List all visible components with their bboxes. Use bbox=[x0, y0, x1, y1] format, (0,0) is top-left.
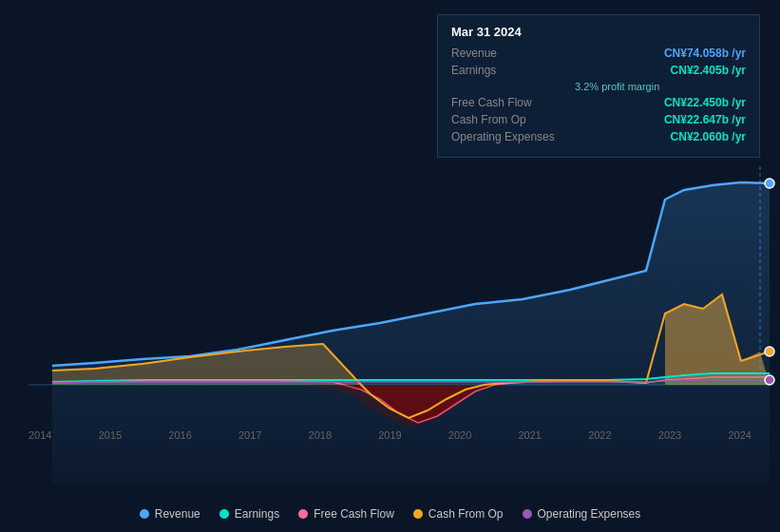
tooltip-value-revenue: CN¥74.058b /yr bbox=[664, 47, 746, 60]
legend-label-earnings: Earnings bbox=[235, 507, 279, 521]
x-label-2015: 2015 bbox=[99, 429, 122, 441]
x-label-2018: 2018 bbox=[309, 429, 332, 441]
x-label-2014: 2014 bbox=[29, 429, 51, 441]
svg-point-3 bbox=[765, 179, 774, 188]
tooltip-value-earnings: CN¥2.405b /yr bbox=[671, 64, 746, 77]
chart-legend: Revenue Earnings Free Cash Flow Cash Fro… bbox=[0, 507, 780, 521]
legend-label-fcf: Free Cash Flow bbox=[314, 507, 394, 521]
x-label-2020: 2020 bbox=[448, 429, 471, 441]
legend-label-cashop: Cash From Op bbox=[428, 507, 504, 521]
tooltip-row-cashop: Cash From Op CN¥22.647b /yr bbox=[451, 113, 746, 126]
svg-point-5 bbox=[765, 375, 774, 385]
legend-dot-cashop bbox=[413, 509, 423, 519]
x-label-2016: 2016 bbox=[168, 429, 191, 441]
tooltip-value-cashop: CN¥22.647b /yr bbox=[664, 113, 746, 126]
x-label-2024: 2024 bbox=[728, 429, 751, 441]
tooltip-row-earnings: Earnings CN¥2.405b /yr bbox=[451, 64, 746, 77]
x-axis-labels: 2014 2015 2016 2017 2018 2019 2020 2021 … bbox=[0, 429, 780, 441]
tooltip-value-fcf: CN¥22.450b /yr bbox=[664, 96, 746, 109]
tooltip-profit-margin: 3.2% profit margin bbox=[575, 81, 746, 92]
legend-opex: Operating Expenses bbox=[523, 507, 641, 521]
legend-revenue: Revenue bbox=[140, 507, 200, 521]
legend-dot-fcf bbox=[298, 509, 308, 519]
legend-fcf: Free Cash Flow bbox=[298, 507, 394, 521]
legend-dot-opex bbox=[523, 509, 532, 519]
tooltip-row-fcf: Free Cash Flow CN¥22.450b /yr bbox=[451, 96, 746, 109]
tooltip-value-opex: CN¥2.060b /yr bbox=[671, 130, 746, 143]
legend-label-revenue: Revenue bbox=[155, 507, 200, 521]
tooltip-label-opex: Operating Expenses bbox=[451, 130, 575, 143]
x-label-2017: 2017 bbox=[238, 429, 261, 441]
x-label-2021: 2021 bbox=[518, 429, 541, 441]
tooltip-title: Mar 31 2024 bbox=[451, 25, 746, 39]
legend-label-opex: Operating Expenses bbox=[538, 507, 641, 521]
tooltip-row-opex: Operating Expenses CN¥2.060b /yr bbox=[451, 130, 746, 143]
legend-dot-revenue bbox=[140, 509, 149, 519]
legend-earnings: Earnings bbox=[219, 507, 279, 521]
tooltip-label-cashop: Cash From Op bbox=[451, 113, 575, 126]
x-label-2023: 2023 bbox=[658, 429, 681, 441]
tooltip-label-revenue: Revenue bbox=[451, 47, 575, 60]
tooltip-row-revenue: Revenue CN¥74.058b /yr bbox=[451, 47, 746, 60]
legend-cashop: Cash From Op bbox=[413, 507, 504, 521]
legend-dot-earnings bbox=[219, 509, 229, 519]
svg-point-4 bbox=[765, 347, 774, 356]
x-label-2022: 2022 bbox=[588, 429, 611, 441]
chart-tooltip: Mar 31 2024 Revenue CN¥74.058b /yr Earni… bbox=[437, 14, 760, 158]
tooltip-label-earnings: Earnings bbox=[451, 64, 575, 77]
tooltip-label-fcf: Free Cash Flow bbox=[451, 96, 575, 109]
x-label-2019: 2019 bbox=[378, 429, 401, 441]
